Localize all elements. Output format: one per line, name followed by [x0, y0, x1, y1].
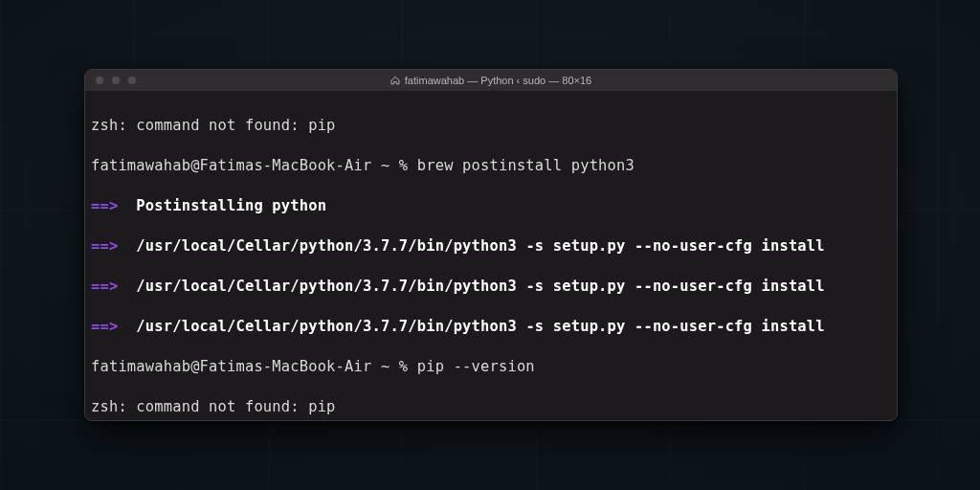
term-line: ==> /usr/local/Cellar/python/3.7.7/bin/p… — [91, 317, 891, 337]
term-line: ==> /usr/local/Cellar/python/3.7.7/bin/p… — [91, 277, 891, 297]
zoom-icon[interactable] — [127, 76, 137, 85]
close-icon[interactable] — [95, 76, 104, 85]
titlebar[interactable]: fatimawahab — Python ‹ sudo — 80×16 — [85, 70, 897, 92]
term-bold-text: /usr/local/Cellar/python/3.7.7/bin/pytho… — [136, 278, 824, 295]
term-bold-text: Postinstalling python — [136, 197, 326, 214]
window-title: fatimawahab — Python ‹ sudo — 80×16 — [405, 75, 591, 86]
term-line: fatimawahab@Fatimas-MacBook-Air ~ % pip … — [91, 357, 891, 377]
arrow-icon: ==> — [91, 278, 118, 295]
arrow-icon: ==> — [91, 237, 118, 255]
term-bold-text: /usr/local/Cellar/python/3.7.7/bin/pytho… — [136, 318, 824, 335]
home-icon — [390, 76, 400, 85]
arrow-icon: ==> — [91, 318, 118, 335]
term-line: ==> /usr/local/Cellar/python/3.7.7/bin/p… — [91, 236, 891, 256]
minimize-icon[interactable] — [111, 76, 121, 85]
term-line: ==> Postinstalling python — [91, 196, 891, 216]
term-line: fatimawahab@Fatimas-MacBook-Air ~ % brew… — [91, 156, 891, 176]
term-line: zsh: command not found: pip — [91, 397, 891, 417]
terminal-window: fatimawahab — Python ‹ sudo — 80×16 zsh:… — [84, 69, 898, 421]
terminal-body[interactable]: zsh: command not found: pip fatimawahab@… — [85, 92, 897, 421]
term-line: zsh: command not found: pip — [91, 116, 891, 136]
term-bold-text: /usr/local/Cellar/python/3.7.7/bin/pytho… — [136, 237, 824, 255]
arrow-icon: ==> — [91, 197, 118, 214]
traffic-lights — [85, 76, 137, 85]
